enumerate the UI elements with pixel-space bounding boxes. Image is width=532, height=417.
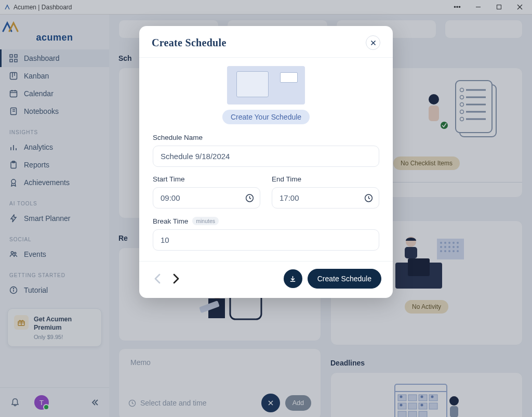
end-time-label: End Time: [272, 175, 379, 183]
end-time-input[interactable]: [272, 187, 379, 208]
modal-title: Create Schedule: [152, 37, 227, 49]
modal-overlay[interactable]: Create Schedule Create Your Schedule Sch…: [0, 0, 532, 417]
break-time-label: Break Time: [153, 217, 188, 225]
modal-close-button[interactable]: [366, 35, 380, 50]
create-schedule-button[interactable]: Create Schedule: [308, 269, 381, 289]
create-schedule-modal: Create Schedule Create Your Schedule Sch…: [139, 26, 393, 298]
modal-hero-illustration-icon: [227, 66, 305, 105]
download-icon: [289, 275, 297, 283]
schedule-name-label: Schedule Name: [153, 134, 379, 141]
break-unit-badge: minutes: [192, 217, 219, 225]
schedule-name-input[interactable]: [153, 146, 379, 167]
clock-icon[interactable]: [364, 193, 373, 202]
clock-icon[interactable]: [245, 193, 254, 202]
start-time-input[interactable]: [153, 187, 260, 208]
chevron-right-icon: [171, 273, 181, 284]
create-schedule-button-label: Create Schedule: [317, 275, 371, 283]
modal-next-button[interactable]: [169, 272, 183, 285]
close-icon: [370, 40, 376, 46]
break-time-input[interactable]: [153, 229, 379, 251]
start-time-label: Start Time: [153, 175, 260, 183]
modal-hero-pill: Create Your Schedule: [222, 110, 310, 124]
modal-prev-button: [151, 272, 164, 285]
chevron-left-icon: [153, 273, 162, 284]
download-button[interactable]: [284, 269, 302, 288]
